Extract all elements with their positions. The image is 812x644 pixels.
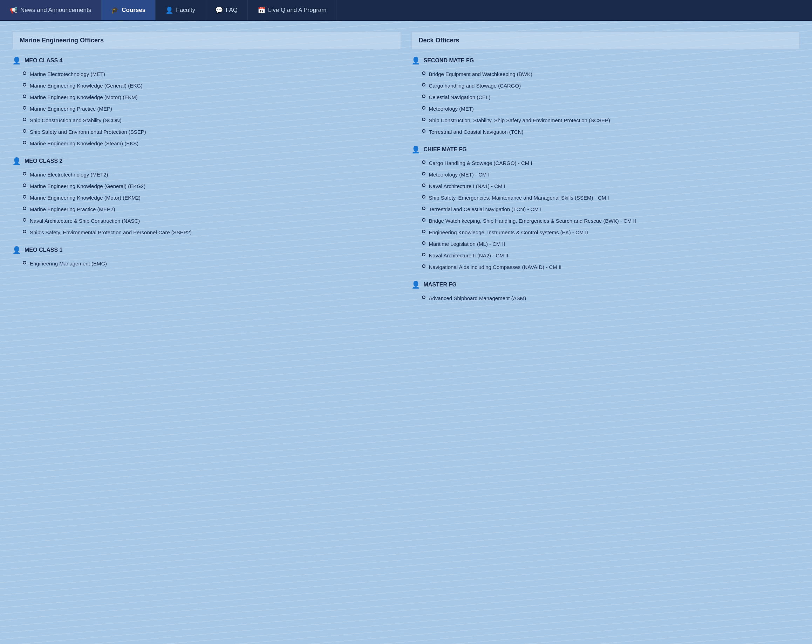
nav-item-courses[interactable]: 🎓Courses (101, 0, 156, 20)
course-name: Maritime Legislation (ML) - CM II (429, 240, 800, 248)
list-item[interactable]: Ship Safety, Emergencies, Maintenance an… (422, 192, 800, 204)
section-icon-meo4: 👤 (12, 56, 21, 65)
marine-engineering-sections: 👤MEO CLASS 4Marine Electrotechnology (ME… (12, 56, 401, 269)
deck-officers-sections: 👤SECOND MATE FGBridge Equipment and Watc… (411, 56, 800, 304)
right-column: Deck Officers 👤SECOND MATE FGBridge Equi… (406, 28, 805, 315)
course-name: Marine Electrotechnology (MET) (30, 70, 401, 78)
list-item[interactable]: Ship Construction and Stability (SCON) (23, 114, 401, 126)
course-name: Engineering Management (EMG) (30, 260, 401, 267)
course-bullet-icon (422, 106, 426, 110)
nav-label-faq: FAQ (226, 7, 238, 14)
course-name: Meteorology (MET) - CM I (429, 171, 800, 178)
list-item[interactable]: Meteorology (MET) - CM I (422, 169, 800, 180)
section-title-text-meo2: MEO CLASS 2 (24, 158, 63, 164)
list-item[interactable]: Marine Engineering Practice (MEP) (23, 103, 401, 114)
list-item[interactable]: Marine Engineering Knowledge (Motor) (EK… (23, 91, 401, 103)
course-list-meo4: Marine Electrotechnology (MET)Marine Eng… (12, 68, 401, 149)
course-name: Marine Engineering Knowledge (General) (… (30, 183, 401, 190)
nav-item-news[interactable]: 📢News and Announcements (0, 0, 101, 20)
list-item[interactable]: Terrestrial and Coastal Navigation (TCN) (422, 126, 800, 138)
list-item[interactable]: Meteorology (MET) (422, 103, 800, 114)
course-bullet-icon (422, 72, 426, 75)
course-list-meo1: Engineering Management (EMG) (12, 258, 401, 269)
course-bullet-icon (422, 160, 426, 164)
course-bullet-icon (23, 207, 26, 210)
list-item[interactable]: Marine Engineering Knowledge (Steam) (EK… (23, 138, 401, 149)
course-name: Marine Engineering Practice (MEP2) (30, 206, 401, 213)
course-name: Meteorology (MET) (429, 105, 800, 113)
course-bullet-icon (23, 172, 26, 175)
nav-item-faq[interactable]: 💬FAQ (205, 0, 248, 20)
list-item[interactable]: Bridge Equipment and Watchkeeping (BWK) (422, 68, 800, 80)
section-icon-meo2: 👤 (12, 157, 21, 165)
nav-label-courses: Courses (122, 7, 145, 14)
course-bullet-icon (422, 83, 426, 87)
course-bullet-icon (23, 94, 26, 98)
list-item[interactable]: Ship Construction, Stability, Ship Safet… (422, 114, 800, 126)
section-meo4: 👤MEO CLASS 4Marine Electrotechnology (ME… (12, 56, 401, 149)
section-title-meo1: 👤MEO CLASS 1 (12, 246, 401, 254)
course-bullet-icon (422, 184, 426, 187)
course-name: Bridge Equipment and Watchkeeping (BWK) (429, 70, 800, 78)
course-name: Naval Architecture & Ship Construction (… (30, 217, 401, 224)
section-icon-second-mate: 👤 (411, 56, 420, 65)
course-bullet-icon (422, 129, 426, 133)
course-list-second-mate: Bridge Equipment and Watchkeeping (BWK)C… (411, 68, 800, 138)
course-name: Ship Safety, Emergencies, Maintenance an… (429, 194, 800, 201)
section-icon-meo1: 👤 (12, 246, 21, 254)
section-title-text-meo4: MEO CLASS 4 (24, 58, 63, 64)
list-item[interactable]: Advanced Shipboard Management (ASM) (422, 292, 800, 304)
marine-engineering-header: Marine Engineering Officers (12, 32, 401, 49)
course-bullet-icon (23, 83, 26, 87)
list-item[interactable]: Marine Engineering Knowledge (Motor) (EK… (23, 192, 401, 204)
list-item[interactable]: Marine Electrotechnology (MET2) (23, 169, 401, 180)
list-item[interactable]: Bridge Watch keeping, Ship Handling, Eme… (422, 215, 800, 227)
course-name: Marine Engineering Practice (MEP) (30, 105, 401, 113)
section-second-mate: 👤SECOND MATE FGBridge Equipment and Watc… (411, 56, 800, 138)
course-name: Marine Engineering Knowledge (Steam) (EK… (30, 140, 401, 147)
deck-officers-header: Deck Officers (411, 32, 800, 49)
section-title-master: 👤MASTER FG (411, 280, 800, 289)
marine-engineering-title: Marine Engineering Officers (20, 37, 394, 44)
list-item[interactable]: Maritime Legislation (ML) - CM II (422, 238, 800, 250)
section-icon-master: 👤 (411, 280, 420, 289)
list-item[interactable]: Engineering Knowledge, Instruments & Con… (422, 227, 800, 238)
course-bullet-icon (23, 129, 26, 133)
course-bullet-icon (422, 94, 426, 98)
course-name: Celestial Navigation (CEL) (429, 93, 800, 101)
list-item[interactable]: Celestial Navigation (CEL) (422, 91, 800, 103)
course-name: Marine Electrotechnology (MET2) (30, 171, 401, 178)
course-name: Terrestrial and Celestial Navigation (TC… (429, 206, 800, 213)
main-content: Marine Engineering Officers 👤MEO CLASS 4… (0, 21, 812, 322)
section-title-second-mate: 👤SECOND MATE FG (411, 56, 800, 65)
course-name: Ship Safety and Environmental Protection… (30, 128, 401, 135)
left-column: Marine Engineering Officers 👤MEO CLASS 4… (7, 28, 406, 315)
course-name: Terrestrial and Coastal Navigation (TCN) (429, 128, 800, 135)
list-item[interactable]: Marine Electrotechnology (MET) (23, 68, 401, 80)
list-item[interactable]: Navigational Aids including Compasses (N… (422, 261, 800, 273)
nav-icon-faq: 💬 (215, 6, 223, 14)
nav-icon-faculty: 👤 (165, 6, 173, 14)
list-item[interactable]: Engineering Management (EMG) (23, 258, 401, 269)
list-item[interactable]: Naval Architecture I (NA1) - CM I (422, 180, 800, 192)
nav-label-faculty: Faculty (176, 7, 195, 14)
list-item[interactable]: Terrestrial and Celestial Navigation (TC… (422, 204, 800, 215)
course-name: Cargo handling and Stowage (CARGO) (429, 82, 800, 89)
list-item[interactable]: Marine Engineering Practice (MEP2) (23, 204, 401, 215)
list-item[interactable]: Marine Engineering Knowledge (General) (… (23, 80, 401, 91)
nav-item-live[interactable]: 📅Live Q and A Program (248, 0, 336, 20)
section-meo2: 👤MEO CLASS 2Marine Electrotechnology (ME… (12, 157, 401, 238)
list-item[interactable]: Ship's Safety, Environmental Protection … (23, 227, 401, 238)
list-item[interactable]: Marine Engineering Knowledge (General) (… (23, 180, 401, 192)
course-bullet-icon (422, 218, 426, 222)
list-item[interactable]: Naval Architecture & Ship Construction (… (23, 215, 401, 227)
section-title-text-meo1: MEO CLASS 1 (24, 247, 63, 253)
list-item[interactable]: Cargo Handling & Stowage (CARGO) - CM I (422, 157, 800, 169)
list-item[interactable]: Cargo handling and Stowage (CARGO) (422, 80, 800, 91)
list-item[interactable]: Ship Safety and Environmental Protection… (23, 126, 401, 138)
nav-item-faculty[interactable]: 👤Faculty (156, 0, 205, 20)
list-item[interactable]: Naval Architecture II (NA2) - CM II (422, 250, 800, 261)
section-chief-mate: 👤CHIEF MATE FGCargo Handling & Stowage (… (411, 145, 800, 273)
section-title-meo2: 👤MEO CLASS 2 (12, 157, 401, 165)
course-name: Cargo Handling & Stowage (CARGO) - CM I (429, 159, 800, 167)
